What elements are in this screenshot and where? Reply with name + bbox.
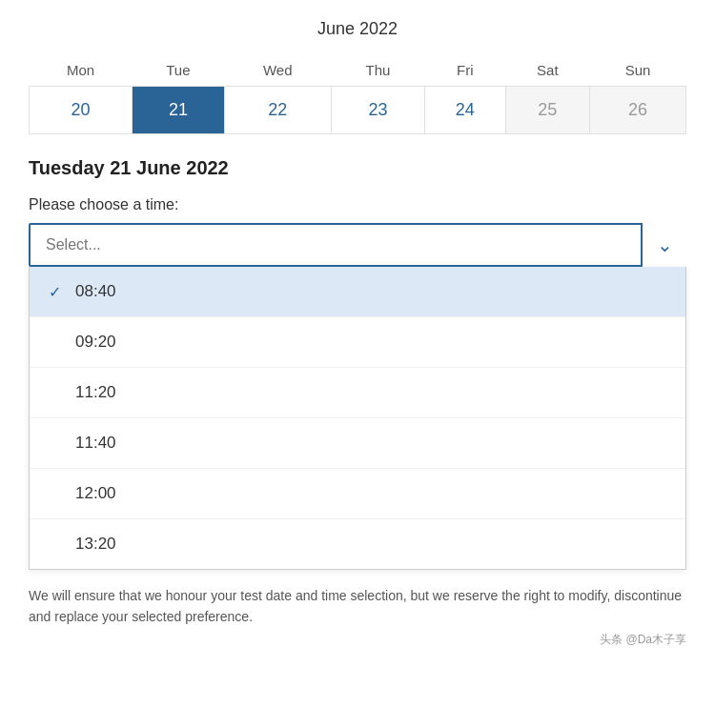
- dropdown-time-1120: 11:20: [75, 383, 116, 402]
- calendar-header-wed: Wed: [224, 54, 331, 87]
- dropdown-time-0920: 09:20: [75, 333, 116, 352]
- calendar-header-mon: Mon: [30, 54, 133, 87]
- calendar-header-sat: Sat: [505, 54, 590, 87]
- choose-time-label: Please choose a time:: [29, 196, 686, 213]
- chevron-down-icon[interactable]: [641, 223, 686, 267]
- dropdown-item-1120[interactable]: 11:20: [30, 368, 685, 418]
- select-wrapper: [29, 223, 686, 267]
- watermark-text: 头条 @Da木子享: [29, 632, 686, 648]
- select-input[interactable]: [29, 223, 686, 267]
- dropdown-item-0840[interactable]: ✓08:40: [30, 267, 685, 317]
- calendar-day-25[interactable]: 25: [505, 87, 590, 134]
- dropdown-item-1200[interactable]: 12:00: [30, 469, 685, 519]
- calendar-day-26[interactable]: 26: [590, 87, 686, 134]
- calendar-day-20[interactable]: 20: [30, 87, 133, 134]
- calendar-header-sun: Sun: [590, 54, 686, 87]
- dropdown-item-0920[interactable]: 09:20: [30, 317, 685, 368]
- dropdown-time-1140: 11:40: [75, 434, 116, 453]
- calendar-title: June 2022: [29, 19, 686, 39]
- calendar-day-23[interactable]: 23: [331, 87, 424, 134]
- dropdown-list: ✓08:4009:2011:2011:4012:0013:20: [29, 267, 686, 570]
- calendar-day-21[interactable]: 21: [133, 87, 225, 134]
- notice-text: We will ensure that we honour your test …: [29, 585, 686, 628]
- dropdown-item-1140[interactable]: 11:40: [30, 418, 685, 469]
- calendar-header-tue: Tue: [133, 54, 225, 87]
- calendar-day-24[interactable]: 24: [425, 87, 505, 134]
- dropdown-time-0840: 08:40: [75, 282, 116, 301]
- dropdown-time-1200: 12:00: [75, 484, 116, 503]
- selected-date-label: Tuesday 21 June 2022: [29, 157, 686, 179]
- calendar-day-22[interactable]: 22: [224, 87, 331, 134]
- calendar-table: MonTueWedThuFriSatSun 20212223242526: [29, 54, 686, 134]
- dropdown-item-1320[interactable]: 13:20: [30, 519, 685, 569]
- dropdown-time-1320: 13:20: [75, 535, 116, 554]
- calendar-header-thu: Thu: [331, 54, 424, 87]
- calendar-header-fri: Fri: [425, 54, 505, 87]
